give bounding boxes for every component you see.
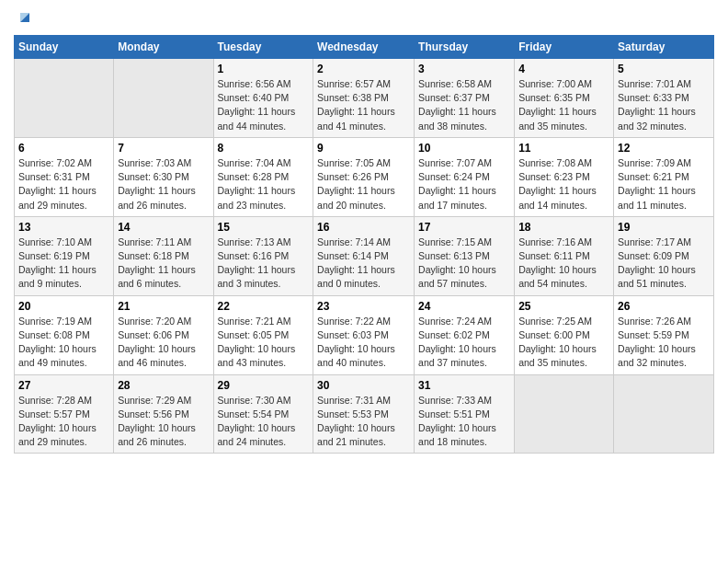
calendar-cell: 15Sunrise: 7:13 AMSunset: 6:16 PMDayligh… bbox=[213, 216, 313, 295]
sunset-text: Sunset: 6:40 PM bbox=[218, 91, 310, 105]
daylight-text: Daylight: 11 hours and 29 minutes. bbox=[18, 184, 109, 212]
sunset-text: Sunset: 6:26 PM bbox=[317, 170, 410, 184]
daylight-text: Daylight: 11 hours and 44 minutes. bbox=[218, 105, 310, 132]
sunset-text: Sunset: 6:16 PM bbox=[218, 249, 310, 263]
day-detail: Sunrise: 7:33 AMSunset: 5:51 PMDaylight:… bbox=[418, 394, 510, 450]
col-header-saturday: Saturday bbox=[614, 36, 714, 59]
day-detail: Sunrise: 7:26 AMSunset: 5:59 PMDaylight:… bbox=[618, 315, 710, 371]
sunset-text: Sunset: 6:19 PM bbox=[18, 249, 109, 263]
day-detail: Sunrise: 7:01 AMSunset: 6:33 PMDaylight:… bbox=[618, 77, 710, 133]
col-header-tuesday: Tuesday bbox=[213, 36, 313, 59]
day-number: 11 bbox=[518, 142, 609, 155]
sunset-text: Sunset: 6:21 PM bbox=[618, 170, 710, 184]
day-number: 12 bbox=[618, 142, 710, 155]
day-detail: Sunrise: 7:25 AMSunset: 6:00 PMDaylight:… bbox=[518, 315, 609, 371]
sunrise-text: Sunrise: 7:30 AM bbox=[218, 394, 310, 408]
day-detail: Sunrise: 7:21 AMSunset: 6:05 PMDaylight:… bbox=[218, 315, 310, 371]
calendar-cell bbox=[614, 374, 714, 454]
sunrise-text: Sunrise: 7:08 AM bbox=[518, 156, 609, 170]
calendar-cell: 19Sunrise: 7:17 AMSunset: 6:09 PMDayligh… bbox=[614, 216, 714, 295]
sunrise-text: Sunrise: 7:09 AM bbox=[618, 156, 710, 170]
sunrise-text: Sunrise: 7:26 AM bbox=[618, 315, 710, 328]
sunset-text: Sunset: 6:38 PM bbox=[317, 91, 410, 105]
sunset-text: Sunset: 5:56 PM bbox=[118, 408, 209, 421]
day-number: 6 bbox=[18, 142, 109, 155]
sunrise-text: Sunrise: 7:33 AM bbox=[418, 394, 510, 408]
day-number: 28 bbox=[118, 379, 209, 392]
calendar-cell: 11Sunrise: 7:08 AMSunset: 6:23 PMDayligh… bbox=[515, 137, 614, 216]
day-number: 24 bbox=[418, 300, 510, 313]
sunrise-text: Sunrise: 7:04 AM bbox=[218, 156, 310, 170]
day-number: 13 bbox=[18, 221, 109, 234]
calendar-cell: 16Sunrise: 7:14 AMSunset: 6:14 PMDayligh… bbox=[313, 216, 415, 295]
day-detail: Sunrise: 6:57 AMSunset: 6:38 PMDaylight:… bbox=[317, 77, 410, 133]
daylight-text: Daylight: 11 hours and 3 minutes. bbox=[218, 263, 310, 291]
day-detail: Sunrise: 7:13 AMSunset: 6:16 PMDaylight:… bbox=[218, 236, 310, 292]
sunset-text: Sunset: 6:24 PM bbox=[418, 170, 510, 184]
sunset-text: Sunset: 5:59 PM bbox=[618, 328, 710, 342]
day-detail: Sunrise: 7:11 AMSunset: 6:18 PMDaylight:… bbox=[118, 236, 209, 292]
daylight-text: Daylight: 10 hours and 51 minutes. bbox=[618, 263, 710, 291]
calendar-cell: 6Sunrise: 7:02 AMSunset: 6:31 PMDaylight… bbox=[15, 137, 114, 216]
day-detail: Sunrise: 7:19 AMSunset: 6:08 PMDaylight:… bbox=[18, 315, 109, 371]
calendar-cell: 9Sunrise: 7:05 AMSunset: 6:26 PMDaylight… bbox=[313, 137, 415, 216]
day-number: 29 bbox=[218, 379, 310, 392]
day-number: 4 bbox=[518, 63, 609, 75]
daylight-text: Daylight: 11 hours and 35 minutes. bbox=[518, 105, 609, 132]
sunset-text: Sunset: 6:11 PM bbox=[518, 249, 609, 263]
sunset-text: Sunset: 6:14 PM bbox=[317, 249, 410, 263]
sunrise-text: Sunrise: 7:25 AM bbox=[518, 315, 609, 328]
day-detail: Sunrise: 7:24 AMSunset: 6:02 PMDaylight:… bbox=[418, 315, 510, 371]
daylight-text: Daylight: 11 hours and 14 minutes. bbox=[518, 184, 609, 212]
calendar-cell: 31Sunrise: 7:33 AMSunset: 5:51 PMDayligh… bbox=[415, 374, 515, 454]
sunrise-text: Sunrise: 7:21 AM bbox=[218, 315, 310, 328]
sunset-text: Sunset: 6:35 PM bbox=[518, 91, 609, 105]
calendar-cell: 13Sunrise: 7:10 AMSunset: 6:19 PMDayligh… bbox=[15, 216, 114, 295]
day-detail: Sunrise: 7:29 AMSunset: 5:56 PMDaylight:… bbox=[118, 394, 209, 450]
day-detail: Sunrise: 7:05 AMSunset: 6:26 PMDaylight:… bbox=[317, 156, 410, 213]
sunrise-text: Sunrise: 7:15 AM bbox=[418, 236, 510, 249]
day-detail: Sunrise: 7:00 AMSunset: 6:35 PMDaylight:… bbox=[518, 77, 609, 133]
day-detail: Sunrise: 7:07 AMSunset: 6:24 PMDaylight:… bbox=[418, 156, 510, 213]
calendar-cell: 25Sunrise: 7:25 AMSunset: 6:00 PMDayligh… bbox=[515, 295, 614, 374]
sunrise-text: Sunrise: 7:07 AM bbox=[418, 156, 510, 170]
daylight-text: Daylight: 11 hours and 23 minutes. bbox=[218, 184, 310, 212]
calendar-cell: 7Sunrise: 7:03 AMSunset: 6:30 PMDaylight… bbox=[114, 137, 213, 216]
day-number: 17 bbox=[418, 221, 510, 234]
daylight-text: Daylight: 10 hours and 29 minutes. bbox=[18, 421, 109, 449]
daylight-text: Daylight: 10 hours and 26 minutes. bbox=[118, 421, 209, 449]
sunset-text: Sunset: 6:09 PM bbox=[618, 249, 710, 263]
daylight-text: Daylight: 10 hours and 21 minutes. bbox=[317, 421, 410, 449]
calendar-cell: 8Sunrise: 7:04 AMSunset: 6:28 PMDaylight… bbox=[213, 137, 313, 216]
sunset-text: Sunset: 6:30 PM bbox=[118, 170, 209, 184]
day-number: 26 bbox=[618, 300, 710, 313]
sunrise-text: Sunrise: 6:57 AM bbox=[317, 77, 410, 91]
logo bbox=[14, 9, 31, 28]
sunset-text: Sunset: 6:13 PM bbox=[418, 249, 510, 263]
daylight-text: Daylight: 11 hours and 26 minutes. bbox=[118, 184, 209, 212]
day-detail: Sunrise: 7:02 AMSunset: 6:31 PMDaylight:… bbox=[18, 156, 109, 213]
day-detail: Sunrise: 6:58 AMSunset: 6:37 PMDaylight:… bbox=[418, 77, 510, 133]
calendar-cell bbox=[114, 59, 213, 138]
calendar-table: SundayMondayTuesdayWednesdayThursdayFrid… bbox=[14, 35, 714, 454]
calendar-cell: 29Sunrise: 7:30 AMSunset: 5:54 PMDayligh… bbox=[213, 374, 313, 454]
calendar-cell: 3Sunrise: 6:58 AMSunset: 6:37 PMDaylight… bbox=[415, 59, 515, 138]
day-number: 5 bbox=[618, 63, 710, 75]
day-detail: Sunrise: 7:15 AMSunset: 6:13 PMDaylight:… bbox=[418, 236, 510, 292]
sunrise-text: Sunrise: 6:58 AM bbox=[418, 77, 510, 91]
calendar-cell: 26Sunrise: 7:26 AMSunset: 5:59 PMDayligh… bbox=[614, 295, 714, 374]
calendar-cell: 23Sunrise: 7:22 AMSunset: 6:03 PMDayligh… bbox=[313, 295, 415, 374]
calendar-cell: 14Sunrise: 7:11 AMSunset: 6:18 PMDayligh… bbox=[114, 216, 213, 295]
sunrise-text: Sunrise: 7:16 AM bbox=[518, 236, 609, 249]
sunrise-text: Sunrise: 7:17 AM bbox=[618, 236, 710, 249]
logo-icon bbox=[17, 9, 31, 24]
daylight-text: Daylight: 11 hours and 11 minutes. bbox=[618, 184, 710, 212]
calendar-cell: 1Sunrise: 6:56 AMSunset: 6:40 PMDaylight… bbox=[213, 59, 313, 138]
sunset-text: Sunset: 6:08 PM bbox=[18, 328, 109, 342]
calendar-cell: 30Sunrise: 7:31 AMSunset: 5:53 PMDayligh… bbox=[313, 374, 415, 454]
day-detail: Sunrise: 7:04 AMSunset: 6:28 PMDaylight:… bbox=[218, 156, 310, 213]
day-detail: Sunrise: 7:09 AMSunset: 6:21 PMDaylight:… bbox=[618, 156, 710, 213]
sunset-text: Sunset: 5:51 PM bbox=[418, 408, 510, 421]
day-detail: Sunrise: 7:03 AMSunset: 6:30 PMDaylight:… bbox=[118, 156, 209, 213]
daylight-text: Daylight: 10 hours and 57 minutes. bbox=[418, 263, 510, 291]
